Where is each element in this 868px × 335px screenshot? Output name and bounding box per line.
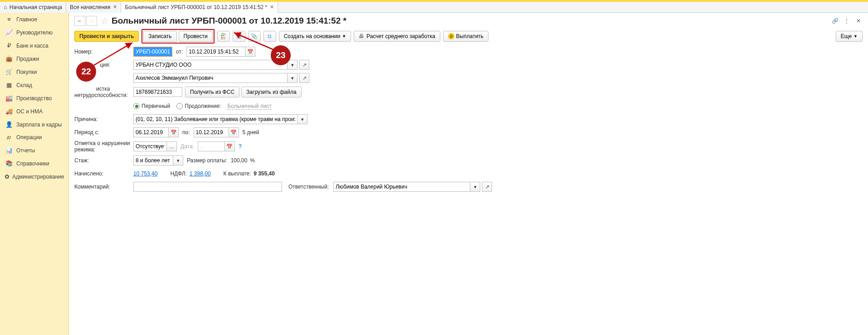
tab-label: Больничный лист УРБП-000001 от 10.12.201… <box>125 4 267 10</box>
person-icon: 👤 <box>5 121 14 128</box>
btn-label: Записать <box>148 33 171 39</box>
sidebar-item-warehouse[interactable]: ▦Склад <box>0 78 68 92</box>
sidebar-item-sales[interactable]: 👜Продажи <box>0 52 68 65</box>
calendar-button: 📅 <box>225 141 235 151</box>
sidebar-item-manager[interactable]: 📈Руководителю <box>0 26 68 39</box>
payout-button[interactable]: ₽Выплатить <box>443 31 489 42</box>
calendar-button[interactable]: 📅 <box>169 127 179 137</box>
open-button[interactable]: ↗ <box>299 60 309 70</box>
tab-all-accruals[interactable]: Все начисления ✕ <box>66 2 122 13</box>
sidebar-item-reports[interactable]: 📊Отчеты <box>0 144 68 157</box>
favorite-star-icon[interactable]: ☆ <box>101 15 109 26</box>
dropdown-button[interactable]: ▾ <box>288 60 297 70</box>
dtkt-button[interactable]: ДтКт <box>217 31 230 42</box>
period-from-label: Период с: <box>74 129 133 136</box>
post-button[interactable]: Провести <box>179 31 213 42</box>
date-input[interactable] <box>186 47 245 57</box>
annotation-callout-23: 23 <box>271 45 291 65</box>
write-button[interactable]: Записать <box>143 31 176 42</box>
employee-input[interactable] <box>133 73 288 83</box>
ndfl-label: НДФЛ: <box>170 170 186 177</box>
open-button[interactable]: ↗ <box>299 73 309 83</box>
document-title: Больничный лист УРБП-000001 от 10.12.201… <box>112 16 346 26</box>
tab-document[interactable]: Больничный лист УРБП-000001 от 10.12.201… <box>121 2 278 13</box>
sidebar-item-production[interactable]: 🏭Производство <box>0 92 68 105</box>
period-to-input[interactable] <box>194 127 229 137</box>
bars-icon: 📊 <box>5 147 14 154</box>
sidebar-item-payroll[interactable]: 👤Зарплата и кадры <box>0 118 68 131</box>
radio-continuation[interactable]: Продолжение: <box>176 103 221 109</box>
tab-home[interactable]: ⌂ Начальная страница <box>0 2 66 13</box>
stazh-input[interactable] <box>133 155 173 165</box>
sidebar-item-admin[interactable]: ✿Администрирование <box>0 170 68 183</box>
disability-number-input[interactable] <box>133 87 182 97</box>
factory-icon: 🏭 <box>5 95 14 102</box>
organization-input[interactable] <box>133 60 288 70</box>
post-and-close-button[interactable]: Провести и закрыть <box>74 31 139 42</box>
tab-label: Все начисления <box>70 4 111 10</box>
load-from-file-button[interactable]: Загрузить из файла <box>241 87 302 97</box>
create-based-button[interactable]: Создать на основании▼ <box>279 31 351 42</box>
close-icon[interactable]: ✕ <box>113 4 117 10</box>
books-icon: 📚 <box>5 160 14 167</box>
truck-icon: 🚚 <box>5 108 14 115</box>
period-from-input[interactable] <box>133 127 169 137</box>
document-icon: ▤ <box>236 33 241 39</box>
ndfl-link[interactable]: 1 398,00 <box>190 170 211 177</box>
sidebar-item-os-nma[interactable]: 🚚ОС и НМА <box>0 105 68 118</box>
number-input[interactable] <box>133 47 172 57</box>
attach-button[interactable]: 📎 <box>248 31 261 42</box>
btn-label: Провести и закрыть <box>79 33 134 39</box>
violation-label: Отметка о нарушениирежима: <box>74 140 133 153</box>
sidebar-item-label: Отчеты <box>16 147 35 154</box>
link-icon[interactable]: 🔗 <box>831 17 839 25</box>
ellipsis-button[interactable]: … <box>167 141 177 151</box>
radio-off-icon <box>176 103 183 109</box>
sidebar-item-bank[interactable]: ₽Банк и касса <box>0 39 68 52</box>
structure-button[interactable]: ⧉ <box>263 31 276 42</box>
close-icon[interactable]: ✕ <box>854 17 863 25</box>
dropdown-button[interactable]: ▾ <box>288 73 297 83</box>
grid-icon: ▦ <box>5 82 14 88</box>
sidebar-item-references[interactable]: 📚Справочники <box>0 157 68 170</box>
violation-input[interactable] <box>133 141 167 151</box>
btn-label: Провести <box>184 33 208 39</box>
comment-input[interactable] <box>133 182 282 192</box>
reason-input[interactable] <box>133 114 297 124</box>
dropdown-button[interactable]: ▾ <box>470 182 480 192</box>
calc-average-button[interactable]: 🖶Расчет среднего заработка <box>354 31 440 42</box>
help-icon[interactable]: ? <box>239 143 242 150</box>
chevron-down-icon: ▼ <box>342 34 346 39</box>
nav-forward-button[interactable]: → <box>86 16 97 26</box>
get-from-fss-button[interactable]: Получить из ФСС <box>185 87 239 97</box>
sidebar-item-main[interactable]: ≡Главное <box>0 13 68 26</box>
sidebar-item-purchases[interactable]: 🛒Покупки <box>0 65 68 78</box>
calendar-button[interactable]: 📅 <box>245 47 255 57</box>
kebab-icon[interactable]: ⋮ <box>843 17 851 25</box>
reason-label: Причина: <box>74 116 133 122</box>
more-button[interactable]: Еще▼ <box>836 31 863 42</box>
sidebar-item-operations[interactable]: ДтОперации <box>0 131 68 144</box>
accrued-link[interactable]: 10 753,40 <box>133 170 157 177</box>
home-icon: ⌂ <box>4 4 7 10</box>
btn-label: Еще <box>841 33 852 39</box>
number-label: Номер: <box>74 49 133 55</box>
sidebar-item-label: Операции <box>16 134 42 141</box>
responsible-input[interactable] <box>333 182 470 192</box>
close-icon[interactable]: ✕ <box>270 4 274 10</box>
tabs-bar: ⌂ Начальная страница Все начисления ✕ Бо… <box>0 2 868 13</box>
cart-icon: 🛒 <box>5 68 14 75</box>
continuation-link[interactable]: Больничный лист <box>227 103 272 110</box>
radio-primary[interactable]: Первичный <box>133 103 170 109</box>
sidebar-item-label: Склад <box>16 82 32 88</box>
nav-back-button[interactable]: ← <box>74 16 85 26</box>
dropdown-button[interactable]: ▾ <box>297 114 307 124</box>
printer-icon: 🖶 <box>359 33 364 39</box>
report-button[interactable]: ▤ <box>233 31 245 42</box>
open-button[interactable]: ↗ <box>482 182 492 192</box>
responsible-label: Ответственный: <box>288 184 329 190</box>
sidebar: ≡Главное 📈Руководителю ₽Банк и касса 👜Пр… <box>0 13 69 335</box>
gear-icon: ✿ <box>5 173 10 180</box>
dropdown-button[interactable]: ▾ <box>173 155 183 165</box>
calendar-button[interactable]: 📅 <box>229 127 239 137</box>
